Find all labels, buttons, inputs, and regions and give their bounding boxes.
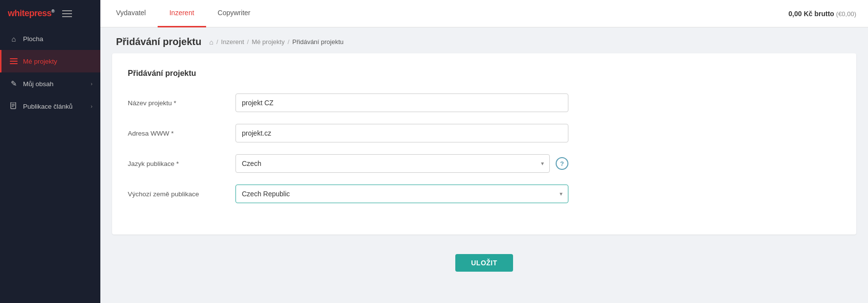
breadcrumb-me-projekty[interactable]: Mé projekty	[252, 38, 284, 46]
tab-copywriter[interactable]: Copywriter	[206, 0, 262, 27]
breadcrumb-sep-1: /	[216, 38, 218, 46]
sidebar-item-muj-obsah[interactable]: ✎ Můj obsah ›	[0, 72, 100, 95]
svg-rect-6	[12, 106, 14, 107]
tab-inzerent[interactable]: Inzerent	[158, 0, 206, 27]
logo: whitepress®	[8, 8, 54, 19]
svg-rect-5	[12, 105, 15, 106]
top-nav: whitepress® Vydavatel Inzerent Copywrite…	[0, 0, 868, 27]
nav-balance: 0,00 Kč brutto (€0,00)	[789, 10, 856, 18]
logo-area: whitepress®	[0, 0, 100, 27]
balance-euro: (€0,00)	[836, 10, 856, 18]
logo-white: white	[8, 8, 29, 18]
form-card: Přidávání projektu Název projektu * Adre…	[112, 53, 856, 234]
select-wrapper-jazyk: Czech English Slovak German Polish ▾	[235, 154, 550, 173]
chevron-right-icon-2: ›	[91, 103, 93, 109]
logo-press: press	[29, 8, 52, 18]
input-adresa-www[interactable]	[235, 124, 568, 142]
form-row-jazyk: Jazyk publikace * Czech English Slovak G…	[128, 154, 841, 173]
edit-icon: ✎	[9, 79, 18, 88]
field-nazev-projektu	[235, 93, 568, 112]
card-title: Přidávání projektu	[128, 69, 841, 78]
sidebar-label-muj-obsah: Můj obsah	[23, 80, 53, 88]
svg-rect-2	[10, 63, 18, 64]
sidebar-label-publikace-clanku: Publikace článků	[23, 103, 72, 110]
form-row-zeme: Výchozí země publikace Czech Republic Sl…	[128, 185, 841, 203]
field-adresa-www	[235, 124, 568, 142]
label-nazev-projektu: Název projektu *	[128, 99, 235, 107]
label-jazyk-publikace: Jazyk publikace *	[128, 160, 235, 167]
breadcrumb-current: Přidávání projektu	[292, 38, 344, 46]
chevron-right-icon: ›	[91, 81, 93, 87]
sidebar-label-plocha: Plocha	[23, 35, 43, 43]
hamburger-menu[interactable]	[62, 10, 72, 17]
select-wrapper-zeme: Czech Republic Slovakia Germany Poland A…	[235, 185, 568, 203]
label-vychozi-zeme: Výchozí země publikace	[128, 190, 235, 198]
field-jazyk-publikace: Czech English Slovak German Polish ▾ ?	[235, 154, 568, 173]
main-layout: ⌂ Plocha Mé projekty ✎ Můj obsah ›	[0, 27, 868, 303]
select-jazyk-publikace[interactable]: Czech English Slovak German Polish	[235, 154, 550, 173]
logo-reg: ®	[51, 9, 54, 14]
help-icon-jazyk[interactable]: ?	[556, 157, 568, 170]
list-icon	[9, 57, 18, 66]
save-button[interactable]: ULOŽIT	[455, 254, 513, 272]
breadcrumb-inzerent[interactable]: Inzerent	[221, 38, 244, 46]
nav-tabs: Vydavatel Inzerent Copywriter	[104, 0, 262, 27]
sidebar-item-publikace-clanku[interactable]: Publikace článků ›	[0, 95, 100, 117]
label-adresa-www: Adresa WWW *	[128, 130, 235, 137]
input-nazev-projektu[interactable]	[235, 93, 568, 112]
form-row-adresa: Adresa WWW *	[128, 124, 841, 142]
page-title: Přidávání projektu	[116, 36, 202, 47]
field-vychozi-zeme: Czech Republic Slovakia Germany Poland A…	[235, 185, 568, 203]
page-header: Přidávání projektu ⌂ / Inzerent / Mé pro…	[100, 27, 868, 53]
select-vychozi-zeme[interactable]: Czech Republic Slovakia Germany Poland A…	[235, 185, 568, 203]
tab-vydavatel[interactable]: Vydavatel	[104, 0, 158, 27]
breadcrumb-sep-3: /	[287, 38, 289, 46]
breadcrumb-home-icon[interactable]: ⌂	[210, 38, 213, 46]
sidebar-label-me-projekty: Mé projekty	[23, 58, 57, 65]
breadcrumb: ⌂ / Inzerent / Mé projekty / Přidávání p…	[210, 38, 344, 46]
form-actions: ULOŽIT	[100, 246, 868, 276]
form-row-nazev: Název projektu *	[128, 93, 841, 112]
svg-rect-1	[10, 61, 18, 62]
svg-rect-4	[12, 104, 15, 104]
sidebar: ⌂ Plocha Mé projekty ✎ Můj obsah ›	[0, 27, 100, 303]
document-icon	[9, 102, 18, 111]
home-icon: ⌂	[9, 34, 18, 43]
sidebar-item-plocha[interactable]: ⌂ Plocha	[0, 27, 100, 50]
content-area: Přidávání projektu ⌂ / Inzerent / Mé pro…	[100, 27, 868, 303]
sidebar-item-me-projekty[interactable]: Mé projekty	[0, 50, 100, 72]
svg-rect-0	[10, 58, 18, 59]
balance-amount: 0,00 Kč brutto	[789, 10, 834, 18]
breadcrumb-sep-2: /	[247, 38, 249, 46]
